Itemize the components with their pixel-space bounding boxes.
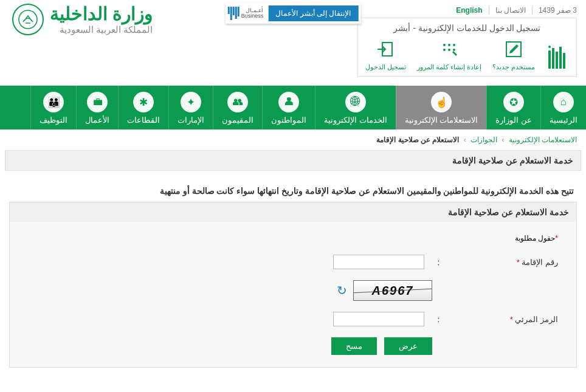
login-label: إعادة إنشاء كلمة المرور bbox=[417, 63, 481, 71]
absher-icon bbox=[546, 44, 569, 71]
edit-icon bbox=[502, 38, 525, 61]
person-icon: 👤︎ bbox=[278, 92, 299, 112]
captcha-input[interactable] bbox=[333, 312, 424, 326]
login-box: تسجيل الدخول للخدمات الإلكترونية - أبشر … bbox=[357, 18, 577, 77]
home-icon: ⌂ bbox=[553, 92, 574, 112]
moi-logo-icon bbox=[12, 4, 44, 35]
login-title: تسجيل الدخول للخدمات الإلكترونية - أبشر bbox=[365, 23, 569, 33]
emblem-icon: ✪ bbox=[503, 92, 524, 112]
nav-einquiries[interactable]: ☝الاستعلامات الإلكترونية bbox=[396, 86, 487, 129]
nav-emirates[interactable]: ✦الإمارات bbox=[168, 86, 213, 129]
breadcrumb-current: الاستعلام عن صلاحية الإقامة bbox=[376, 136, 459, 144]
lang-switch[interactable]: English bbox=[450, 6, 482, 15]
nav-citizens[interactable]: 👤︎المواطنون bbox=[262, 86, 315, 129]
login-label: مستخدم جديد؟ bbox=[492, 63, 535, 71]
business-logo-icon: أعـمـال Business bbox=[228, 7, 264, 20]
required-note: *حقول مطلوبة bbox=[28, 234, 558, 242]
svg-point-8 bbox=[448, 44, 450, 46]
svg-rect-2 bbox=[556, 52, 558, 69]
iqama-input[interactable] bbox=[333, 255, 424, 269]
svg-rect-1 bbox=[552, 48, 554, 69]
breadcrumb: الاستعلامات الإلكترونية › الجوازات › الا… bbox=[0, 129, 586, 150]
nav-home[interactable]: ⌂الرئيسية bbox=[540, 86, 586, 129]
nav-sectors[interactable]: ✱القطاعات bbox=[118, 86, 168, 129]
form-title: خدمة الاستعلام عن صلاحية الإقامة bbox=[10, 202, 576, 222]
svg-point-9 bbox=[453, 44, 455, 46]
breadcrumb-l1[interactable]: الاستعلامات الإلكترونية bbox=[509, 136, 577, 144]
login-icon bbox=[374, 38, 397, 61]
login-item-signin[interactable]: تسجيل الدخول bbox=[365, 38, 406, 71]
flag-icon: ✦ bbox=[181, 92, 201, 112]
clear-button[interactable]: مسح bbox=[331, 337, 377, 355]
share-icon: ✱ bbox=[133, 92, 154, 112]
service-description: تتيح هذه الخدمة الإلكترونية للمواطنين وا… bbox=[0, 180, 586, 202]
login-item-absher[interactable] bbox=[546, 44, 569, 71]
nav-jobs[interactable]: 👪︎التوظيف bbox=[30, 86, 76, 129]
svg-rect-3 bbox=[559, 47, 562, 69]
svg-point-14 bbox=[19, 10, 37, 29]
svg-point-7 bbox=[443, 44, 446, 46]
svg-point-5 bbox=[548, 46, 551, 48]
svg-point-11 bbox=[448, 49, 450, 51]
captcha-image: A6967 bbox=[353, 280, 432, 301]
brand-title: وزارة الداخلية bbox=[50, 3, 153, 24]
login-item-resetpw[interactable]: إعادة إنشاء كلمة المرور bbox=[417, 38, 481, 71]
refresh-captcha-icon[interactable]: ↻ bbox=[337, 283, 347, 298]
svg-rect-0 bbox=[548, 50, 551, 69]
service-title: خدمة الاستعلام عن صلاحية الإقامة bbox=[5, 150, 581, 171]
goto-business-button[interactable]: الإنتقال إلى أبشر الأعمال bbox=[268, 5, 358, 21]
svg-point-10 bbox=[443, 49, 446, 51]
nav-about[interactable]: ✪عن الوزارة bbox=[486, 86, 540, 129]
hijri-date: 3 صفر 1439 bbox=[532, 6, 577, 15]
brand-subtitle: المملكة العربية السعودية bbox=[50, 24, 153, 35]
contact-link[interactable]: الاتصال بنا bbox=[489, 6, 526, 15]
submit-button[interactable]: عرض bbox=[384, 337, 432, 355]
svg-point-12 bbox=[453, 49, 455, 51]
iqama-label: رقم الإقامة * bbox=[449, 258, 558, 267]
login-item-newuser[interactable]: مستخدم جديد؟ bbox=[492, 38, 535, 71]
main-nav: ⌂الرئيسية ✪عن الوزارة ☝الاستعلامات الإلك… bbox=[0, 86, 586, 129]
team-icon: 👪︎ bbox=[43, 92, 64, 112]
globe-icon: 🌐︎ bbox=[345, 92, 366, 112]
briefcase-icon: 💼︎ bbox=[87, 92, 108, 112]
business-banner: الإنتقال إلى أبشر الأعمال أعـمـال Busine… bbox=[226, 3, 361, 24]
login-label: تسجيل الدخول bbox=[365, 63, 406, 71]
captcha-label: الرمز المرئي * bbox=[449, 315, 558, 324]
svg-rect-4 bbox=[563, 53, 565, 69]
nav-residents[interactable]: 👥︎المقيمون bbox=[213, 86, 262, 129]
keypad-icon bbox=[438, 38, 461, 61]
breadcrumb-l2[interactable]: الجوازات bbox=[471, 136, 497, 144]
nav-eservices[interactable]: 🌐︎الخدمات الإلكترونية bbox=[315, 86, 396, 129]
nav-business[interactable]: 💼︎الأعمال bbox=[76, 86, 118, 129]
group-icon: 👥︎ bbox=[227, 92, 248, 112]
hand-icon: ☝ bbox=[431, 92, 452, 112]
